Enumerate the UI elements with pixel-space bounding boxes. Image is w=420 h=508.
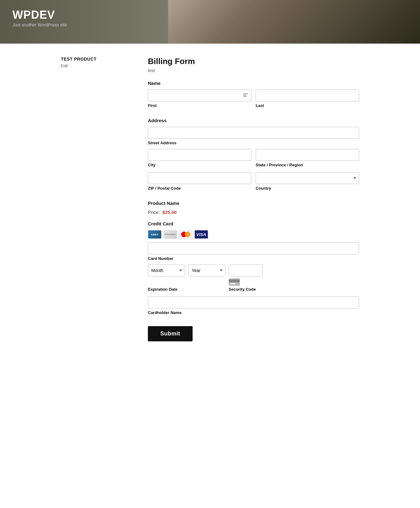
svg-rect-4 — [229, 280, 239, 282]
state-group: State / Province / Region — [256, 149, 359, 167]
submit-button[interactable]: Submit — [148, 326, 193, 341]
last-name-input[interactable] — [256, 90, 359, 101]
name-row: First Last — [148, 90, 359, 112]
svg-rect-5 — [231, 283, 235, 284]
card-number-group: Card Number — [148, 242, 359, 261]
security-group — [229, 265, 263, 286]
country-group: Country — [256, 172, 359, 191]
form-column: Billing Form test Name First Last Addres… — [148, 57, 359, 341]
zip-country-row: ZIP / Postal Code Country — [148, 172, 359, 194]
expiry-security-labels: Expiration Date Security Code — [148, 287, 359, 292]
product-edit-link[interactable]: Edit — [61, 63, 68, 68]
city-group: City — [148, 149, 251, 167]
city-state-row: City State / Province / Region — [148, 149, 359, 171]
header-content: WPDEV Just another WordPress site — [12, 9, 67, 27]
cardholder-name-group: Cardholder Name — [148, 297, 359, 315]
mastercard-icon — [179, 230, 193, 239]
first-name-input[interactable] — [148, 90, 251, 101]
amex-icon: AMEX — [148, 230, 162, 239]
main-content: TEST PRODUCT Edit Billing Form test Name… — [55, 44, 365, 354]
visa-icon: VISA — [194, 230, 208, 239]
country-select[interactable] — [256, 172, 359, 184]
security-card-icon — [229, 278, 240, 286]
svg-rect-1 — [243, 95, 246, 96]
street-address-input[interactable] — [148, 127, 359, 139]
cardholder-name-input[interactable] — [148, 297, 359, 308]
last-name-group: Last — [256, 90, 359, 108]
site-tagline: Just another WordPress site — [12, 22, 67, 27]
product-section: Product Name Price: $25.00 — [148, 201, 359, 215]
street-address-group: Street Address — [148, 127, 359, 145]
street-address-label: Street Address — [148, 141, 359, 145]
first-name-input-wrapper — [148, 90, 251, 101]
first-name-group: First — [148, 90, 251, 108]
zip-label: ZIP / Postal Code — [148, 186, 251, 191]
month-group: Month 01 02 03 04 05 06 07 08 09 10 11 1… — [148, 265, 185, 276]
form-title: Billing Form — [148, 57, 359, 66]
header-background — [168, 0, 420, 44]
price-value: $25.00 — [162, 210, 177, 215]
svg-rect-2 — [243, 96, 247, 97]
cardholder-name-label: Cardholder Name — [148, 310, 359, 315]
product-name-section-label: Product Name — [148, 201, 359, 206]
expiration-date-label: Expiration Date — [148, 287, 185, 292]
price-row: Price: $25.00 — [148, 210, 359, 215]
year-group: Year 2024 2025 2026 2027 2028 2029 2030 — [188, 265, 226, 276]
name-autofill-icon — [243, 93, 248, 98]
year-select[interactable]: Year 2024 2025 2026 2027 2028 2029 2030 — [188, 265, 226, 276]
state-input[interactable] — [256, 149, 359, 161]
expiry-security-row: Month 01 02 03 04 05 06 07 08 09 10 11 1… — [148, 265, 359, 286]
address-section-label: Address — [148, 118, 359, 123]
card-icons-row: AMEX DISCOVER VISA — [148, 230, 359, 239]
card-number-input[interactable] — [148, 242, 359, 254]
product-title: TEST PRODUCT — [61, 57, 129, 62]
last-name-label: Last — [256, 103, 359, 108]
credit-card-section-label: Credit Card — [148, 221, 359, 226]
form-subtitle: test — [148, 68, 359, 73]
state-label: State / Province / Region — [256, 163, 359, 167]
name-section-label: Name — [148, 81, 359, 86]
security-input-wrapper — [229, 265, 263, 286]
site-title: WPDEV — [12, 9, 67, 21]
zip-group: ZIP / Postal Code — [148, 172, 251, 191]
price-label: Price: — [148, 210, 160, 215]
site-header: WPDEV Just another WordPress site — [0, 0, 420, 44]
city-input[interactable] — [148, 149, 251, 161]
country-label: Country — [256, 186, 359, 191]
svg-rect-0 — [243, 93, 248, 94]
spacer — [188, 287, 226, 292]
card-number-label: Card Number — [148, 256, 359, 261]
city-label: City — [148, 163, 251, 167]
discover-icon: DISCOVER — [163, 230, 177, 239]
security-code-input[interactable] — [229, 265, 263, 276]
left-column: TEST PRODUCT Edit — [61, 57, 129, 341]
month-select[interactable]: Month 01 02 03 04 05 06 07 08 09 10 11 1… — [148, 265, 185, 276]
first-name-label: First — [148, 103, 251, 108]
zip-input[interactable] — [148, 172, 251, 184]
security-code-label: Security Code — [229, 287, 263, 292]
